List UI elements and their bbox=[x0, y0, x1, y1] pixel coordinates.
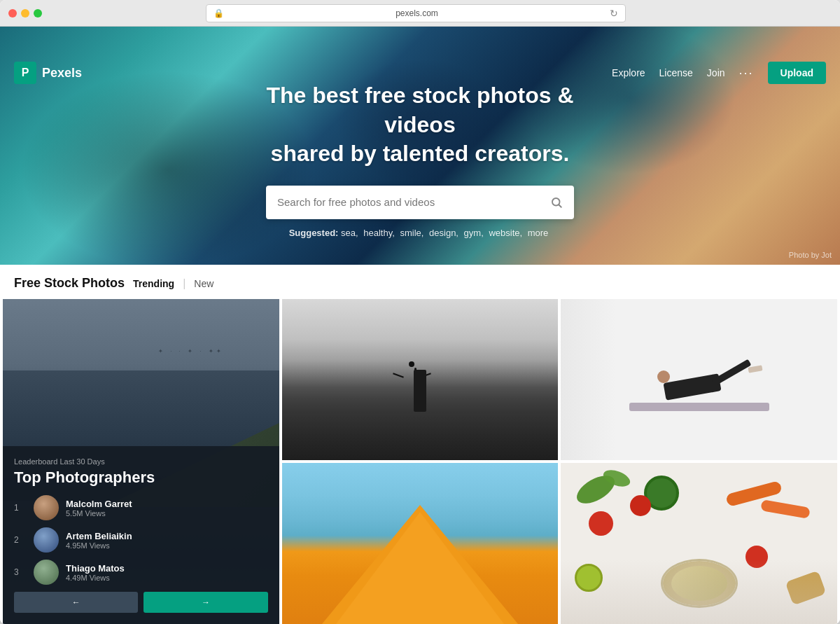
tag-sea[interactable]: sea, bbox=[341, 228, 358, 238]
app: P Pexels Explore License Join ··· Upload… bbox=[0, 27, 840, 624]
tag-website[interactable]: website, bbox=[489, 228, 522, 238]
browser-chrome: 🔒 pexels.com ↻ bbox=[0, 0, 840, 27]
lb-views-2: 4.95M Views bbox=[66, 541, 268, 550]
lb-views-3: 4.49M Views bbox=[66, 574, 268, 582]
lb-item-1[interactable]: 1 Malcolm Garret 5.5M Views bbox=[14, 495, 268, 520]
lb-period: Leaderboard Last 30 Days bbox=[14, 457, 268, 466]
suggested-tags: Suggested: sea, healthy, smile, design, … bbox=[289, 228, 552, 238]
svg-line-1 bbox=[559, 204, 561, 207]
filter-trending[interactable]: Trending bbox=[133, 278, 174, 289]
search-input[interactable] bbox=[277, 196, 550, 208]
photo-5-image bbox=[561, 463, 837, 624]
browser-window: 🔒 pexels.com ↻ P Pexels Explore License bbox=[0, 0, 840, 624]
birds-decoration: ✦ · · ✦ · ✦✦ bbox=[158, 348, 224, 354]
lb-info-3: Thiago Matos 4.49M Views bbox=[66, 563, 268, 582]
photo-1-image bbox=[282, 299, 559, 460]
address-bar[interactable]: 🔒 pexels.com ↻ bbox=[206, 4, 626, 22]
content-area: Free Stock Photos Trending | New bbox=[0, 265, 840, 624]
minimize-button[interactable] bbox=[21, 9, 29, 18]
url-text: pexels.com bbox=[230, 8, 604, 18]
lb-info-1: Malcolm Garret 5.5M Views bbox=[66, 499, 268, 518]
photo-card-2[interactable] bbox=[561, 299, 837, 460]
hero-title: The best free stock photos & videosshare… bbox=[245, 81, 595, 169]
search-button[interactable] bbox=[550, 196, 563, 209]
tag-gym[interactable]: gym, bbox=[464, 228, 484, 238]
security-icon: 🔒 bbox=[214, 8, 224, 18]
tag-smile[interactable]: smile, bbox=[400, 228, 424, 238]
section-title: Free Stock Photos bbox=[14, 276, 125, 291]
lb-avatar-1 bbox=[34, 495, 59, 520]
photo-grid: ✦ · · ✦ · ✦✦ · ✦ · · ✦ Leaderboard Last … bbox=[0, 299, 840, 622]
photo-card-1[interactable] bbox=[282, 299, 559, 460]
traffic-lights bbox=[8, 9, 42, 18]
logo-icon: P bbox=[14, 62, 36, 84]
hero-section: P Pexels Explore License Join ··· Upload… bbox=[0, 27, 840, 265]
lb-info-2: Artem Beliaikin 4.95M Views bbox=[66, 531, 268, 550]
lb-name-3: Thiago Matos bbox=[66, 563, 268, 574]
logo-letter: P bbox=[22, 67, 29, 79]
photo-card-5[interactable] bbox=[561, 463, 837, 624]
photo-card-4[interactable]: ✦ ✦ bbox=[282, 463, 559, 624]
lb-prev-button[interactable]: ← bbox=[14, 592, 138, 613]
lb-rank-1: 1 bbox=[14, 503, 27, 513]
lb-avatar-2 bbox=[34, 527, 59, 553]
suggested-label: Suggested: bbox=[289, 228, 339, 238]
lb-avatar-3 bbox=[34, 560, 59, 585]
close-button[interactable] bbox=[8, 9, 17, 18]
filter-new[interactable]: New bbox=[194, 278, 214, 289]
upload-button[interactable]: Upload bbox=[768, 62, 826, 84]
lb-item-2[interactable]: 2 Artem Beliaikin 4.95M Views bbox=[14, 527, 268, 553]
tag-design[interactable]: design, bbox=[429, 228, 458, 238]
navbar: P Pexels Explore License Join ··· Upload bbox=[0, 53, 840, 92]
photo-4-image: ✦ ✦ bbox=[282, 463, 559, 624]
lb-next-button[interactable]: → bbox=[144, 592, 267, 613]
license-link[interactable]: License bbox=[659, 67, 693, 78]
leaderboard-overlay: Leaderboard Last 30 Days Top Photographe… bbox=[3, 446, 279, 624]
lb-name-1: Malcolm Garret bbox=[66, 499, 268, 509]
section-header: Free Stock Photos Trending | New bbox=[0, 265, 840, 299]
lb-item-3[interactable]: 3 Thiago Matos 4.49M Views bbox=[14, 560, 268, 585]
photo-credit: Photo by Jot bbox=[789, 251, 832, 259]
explore-link[interactable]: Explore bbox=[612, 67, 645, 78]
lb-title: Top Photographers bbox=[14, 469, 268, 487]
photo-card-3[interactable]: ✦ · · ✦ · ✦✦ · ✦ · · ✦ Leaderboard Last … bbox=[3, 299, 279, 624]
nav-right: Explore License Join ··· Upload bbox=[612, 62, 826, 84]
tag-more[interactable]: more bbox=[528, 228, 549, 238]
search-bar bbox=[266, 186, 574, 219]
tag-healthy[interactable]: healthy, bbox=[363, 228, 395, 238]
more-icon[interactable]: ··· bbox=[739, 66, 754, 81]
refresh-icon[interactable]: ↻ bbox=[610, 8, 618, 19]
logo-link[interactable]: P Pexels bbox=[14, 62, 82, 84]
logo-text: Pexels bbox=[42, 66, 82, 81]
maximize-button[interactable] bbox=[34, 9, 42, 18]
lb-views-1: 5.5M Views bbox=[66, 509, 268, 518]
filter-separator: | bbox=[183, 277, 186, 290]
join-link[interactable]: Join bbox=[707, 67, 725, 78]
lb-name-2: Artem Beliaikin bbox=[66, 531, 268, 541]
lb-rank-2: 2 bbox=[14, 535, 27, 545]
lb-rank-3: 3 bbox=[14, 567, 27, 577]
photo-2-image bbox=[561, 299, 837, 460]
